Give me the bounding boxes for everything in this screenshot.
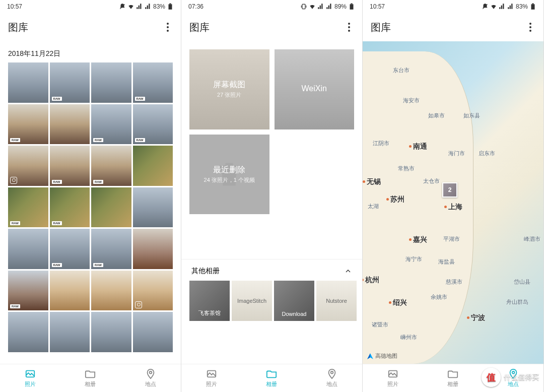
album-title: 屏幕截图: [213, 80, 245, 90]
other-albums-title: 其他相册: [191, 267, 220, 276]
battery-icon: [167, 3, 174, 10]
photo-thumb[interactable]: RAW: [50, 62, 90, 103]
photos-icon: [387, 368, 398, 379]
more-menu-icon[interactable]: [163, 22, 173, 32]
screen-photos: 10:57 83% 图库 2018年11月22日 RAW RAW RAW RAW…: [0, 0, 181, 392]
photo-thumb[interactable]: [91, 187, 131, 228]
map-city-label: 慈溪市: [446, 278, 462, 286]
more-menu-icon[interactable]: [525, 22, 535, 32]
albums-icon: [85, 368, 96, 379]
map-city-label: 平湖市: [443, 235, 460, 243]
other-album-label: Nutstore: [326, 298, 347, 304]
photo-thumb[interactable]: [50, 104, 90, 145]
nav-places[interactable]: 地点: [326, 368, 337, 388]
face-badge-icon: [135, 301, 142, 308]
photo-thumb[interactable]: RAW: [8, 271, 48, 311]
signal-icon: [317, 3, 324, 10]
other-album-item[interactable]: Nutstore: [316, 281, 357, 321]
album-weixin[interactable]: WeiXin: [275, 49, 355, 129]
album-count: 27 张照片: [217, 91, 241, 99]
map-city-label: 海宁市: [405, 255, 422, 263]
raw-badge: RAW: [93, 180, 103, 184]
map-city-dot: [444, 206, 447, 208]
photo-thumb[interactable]: [133, 146, 173, 186]
map-city-label: 东台市: [393, 67, 410, 74]
nav-photos[interactable]: 照片: [206, 368, 217, 388]
photo-thumb[interactable]: [8, 146, 48, 186]
status-time: 10:57: [370, 3, 385, 10]
photo-thumb[interactable]: [133, 229, 173, 269]
map-city-label: 常熟市: [398, 165, 415, 172]
other-album-item[interactable]: Download: [274, 281, 314, 321]
other-album-item[interactable]: 飞客茶馆: [189, 281, 230, 321]
photo-thumb[interactable]: [8, 312, 48, 352]
map-view[interactable]: 2 高德地图 东台市海安市如皋市如东县江阴市南通海门市启东市常熟市无锡太仓市太湖…: [363, 41, 543, 364]
raw-badge: RAW: [10, 138, 20, 142]
wifi-icon: [309, 3, 316, 10]
watermark-icon: 值: [482, 368, 501, 387]
map-city-label: 苏州: [390, 195, 404, 204]
map-city-dot: [363, 180, 365, 183]
map-city-label: 海安市: [403, 97, 420, 104]
status-bar: 07:36 89%: [181, 0, 362, 13]
nav-places[interactable]: 地点: [145, 368, 156, 388]
raw-badge: RAW: [10, 221, 20, 225]
nav-albums[interactable]: 相册: [85, 368, 96, 388]
raw-badge: RAW: [135, 97, 145, 101]
map-city-label: 嵊州市: [400, 334, 417, 341]
album-screenshots[interactable]: 屏幕截图 27 张照片: [189, 49, 269, 129]
nav-albums[interactable]: 相册: [266, 368, 277, 388]
photo-scroll[interactable]: 2018年11月22日 RAW RAW RAW RAW RAW RAW RAW …: [0, 41, 181, 364]
status-bar: 10:57 83%: [0, 0, 181, 13]
nav-label: 相册: [85, 380, 96, 388]
photo-thumb[interactable]: [133, 312, 173, 352]
map-city-label: 启东市: [479, 150, 495, 157]
nav-photos[interactable]: 照片: [25, 368, 36, 388]
map-city-dot: [389, 301, 391, 304]
raw-badge: RAW: [93, 263, 103, 267]
wifi-icon: [490, 3, 497, 10]
photo-thumb[interactable]: RAW: [8, 104, 48, 145]
photo-thumb[interactable]: [133, 271, 173, 311]
album-recently-deleted[interactable]: 最近删除 24 张照片，1 个视频: [189, 135, 269, 215]
photo-thumb[interactable]: RAW: [133, 62, 173, 103]
raw-badge: RAW: [52, 97, 62, 101]
photo-thumb[interactable]: RAW: [91, 229, 131, 269]
status-time: 10:57: [7, 3, 22, 10]
photo-thumb[interactable]: [8, 229, 48, 269]
photo-thumb[interactable]: RAW: [8, 187, 48, 228]
photo-thumb[interactable]: RAW: [91, 146, 131, 186]
page-title: 图库: [371, 21, 391, 34]
photo-thumb[interactable]: [91, 312, 131, 352]
chevron-up-icon: [344, 267, 352, 275]
map-photo-pin[interactable]: 2: [442, 182, 457, 198]
photo-thumb[interactable]: [50, 312, 90, 352]
photo-thumb[interactable]: [8, 62, 48, 103]
other-album-item[interactable]: ImageStitch: [232, 281, 272, 321]
photo-thumb[interactable]: RAW: [91, 104, 131, 145]
photo-thumb[interactable]: [91, 271, 131, 311]
nav-photos[interactable]: 照片: [387, 368, 398, 388]
status-icons: 83%: [482, 3, 536, 10]
photo-thumb[interactable]: RAW: [50, 187, 90, 228]
map-city-label: 嘉兴: [413, 235, 427, 244]
nav-label: 相册: [447, 380, 458, 388]
photo-thumb[interactable]: [133, 187, 173, 228]
photo-thumb[interactable]: [50, 271, 90, 311]
photo-thumb[interactable]: RAW: [50, 146, 90, 186]
nav-albums[interactable]: 相册: [447, 368, 458, 388]
map-city-label: 海盐县: [438, 258, 455, 266]
other-albums-row[interactable]: 飞客茶馆 ImageStitch Download Nutstore: [181, 281, 362, 327]
photo-thumb[interactable]: [91, 62, 131, 103]
other-albums-header[interactable]: 其他相册: [181, 259, 362, 281]
nav-label: 地点: [326, 380, 337, 388]
photo-thumb[interactable]: RAW: [133, 104, 173, 145]
wifi-icon: [127, 3, 134, 10]
more-menu-icon[interactable]: [344, 22, 354, 32]
page-title: 图库: [8, 21, 28, 34]
photo-thumb[interactable]: RAW: [50, 229, 90, 269]
album-grid: 屏幕截图 27 张照片 WeiXin 最近删除 24 张照片，1 个视频: [181, 41, 362, 222]
date-section-header: 2018年11月22日: [0, 44, 181, 62]
screen-albums: 07:36 89% 图库 屏幕截图 27 张照片 WeiXin 最近删除 24 …: [181, 0, 363, 392]
battery-icon: [529, 3, 536, 10]
